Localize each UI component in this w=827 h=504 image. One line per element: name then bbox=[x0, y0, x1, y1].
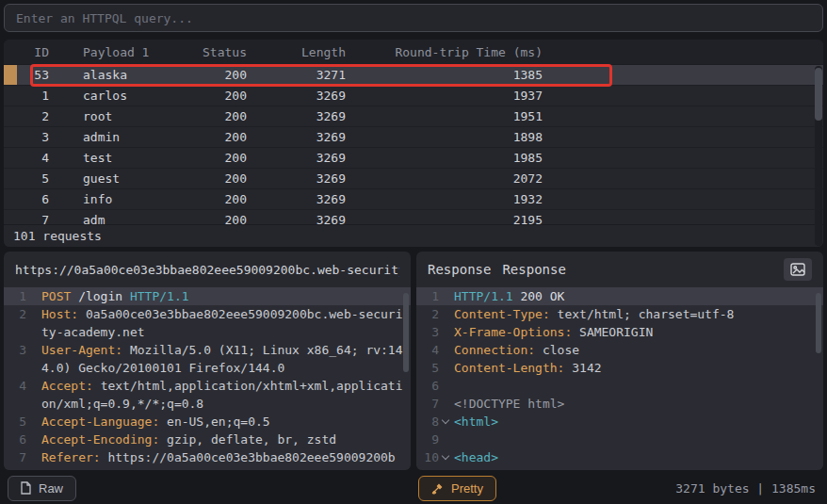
cell-id: 2 bbox=[4, 109, 57, 123]
document-icon bbox=[21, 481, 31, 495]
table-row[interactable]: 53alaska20032711385 bbox=[4, 65, 823, 86]
image-icon bbox=[790, 263, 805, 276]
cell-rtt: 2072 bbox=[351, 171, 544, 186]
code-line: 7<!DOCTYPE html> bbox=[416, 395, 823, 413]
column-header-status[interactable]: Status bbox=[198, 45, 252, 59]
cell-payload: carlos bbox=[57, 89, 198, 103]
table-row[interactable]: 7adm20032692195 bbox=[4, 210, 823, 224]
line-number: 10 bbox=[416, 448, 439, 466]
results-table-panel: ID Payload 1 Status Length Round-trip Ti… bbox=[4, 40, 823, 247]
code-line: 6 bbox=[416, 377, 823, 395]
line-number: 3 bbox=[416, 323, 439, 341]
line-number: 2 bbox=[4, 305, 26, 341]
line-number: 7 bbox=[4, 448, 26, 470]
format-brush-icon bbox=[431, 482, 444, 495]
cell-length: 3269 bbox=[252, 109, 351, 123]
request-panel-header: https://0a5a00ce03e3bbae802eee59009200bc… bbox=[4, 252, 411, 287]
code-line: 3User-Agent: Mozilla/5.0 (X11; Linux x86… bbox=[4, 341, 411, 377]
code-content: <!DOCTYPE html> bbox=[452, 395, 823, 413]
cell-payload: guest bbox=[57, 171, 198, 186]
cell-id: 7 bbox=[4, 213, 57, 224]
table-row[interactable]: 1carlos20032691937 bbox=[4, 86, 823, 106]
line-number: 1 bbox=[4, 287, 26, 305]
code-line: 2Content-Type: text/html; charset=utf-8 bbox=[416, 305, 823, 323]
cell-id: 3 bbox=[4, 130, 57, 144]
gutter-spacer bbox=[26, 448, 40, 470]
gutter-spacer bbox=[439, 359, 452, 377]
request-response-panels: https://0a5a00ce03e3bbae802eee59009200bc… bbox=[4, 252, 823, 470]
line-number: 8 bbox=[416, 413, 439, 431]
code-line: 5Accept-Language: en-US,en;q=0.5 bbox=[4, 413, 411, 431]
code-line: 6Accept-Encoding: gzip, deflate, br, zst… bbox=[4, 431, 411, 448]
line-number: 7 bbox=[416, 395, 439, 413]
gutter-spacer bbox=[26, 341, 40, 377]
code-line: 2Host: 0a5a00ce03e3bbae802eee59009200bc.… bbox=[4, 305, 411, 341]
line-number: 6 bbox=[416, 377, 439, 395]
pretty-button[interactable]: Pretty bbox=[418, 476, 496, 501]
fold-toggle[interactable] bbox=[439, 448, 452, 466]
chevron-down-icon bbox=[442, 452, 449, 460]
cell-length: 3269 bbox=[252, 213, 351, 224]
cell-length: 3269 bbox=[252, 171, 351, 186]
column-header-id[interactable]: ID bbox=[4, 45, 57, 59]
gutter-spacer bbox=[26, 287, 40, 305]
results-table-body: 53alaska200327113851carlos200326919372ro… bbox=[4, 65, 823, 224]
cell-status: 200 bbox=[198, 130, 252, 144]
cell-id: 5 bbox=[4, 171, 57, 186]
tab-response[interactable]: Response bbox=[502, 262, 565, 277]
request-editor[interactable]: 1POST /login HTTP/1.12Host: 0a5a00ce03e3… bbox=[4, 287, 411, 470]
table-row[interactable]: 3admin20032691898 bbox=[4, 127, 823, 148]
table-scrollbar-thumb[interactable] bbox=[815, 68, 822, 121]
footer-right: Pretty 3271 bytes | 1385ms bbox=[413, 476, 823, 501]
code-content bbox=[452, 377, 823, 395]
table-row[interactable]: 6info20032691932 bbox=[4, 189, 823, 210]
httpql-query-input[interactable] bbox=[16, 11, 811, 25]
requests-status-bar: 101 requests bbox=[4, 224, 823, 247]
pretty-button-label: Pretty bbox=[451, 481, 483, 496]
line-number: 1 bbox=[416, 287, 439, 305]
cell-rtt: 1385 bbox=[351, 68, 544, 82]
code-content: <html> bbox=[452, 413, 823, 431]
code-content: Referer: https://0a5a00ce03e3bbae802eee5… bbox=[40, 448, 411, 470]
table-row[interactable]: 4test20032691985 bbox=[4, 148, 823, 169]
response-editor-scrollbar-thumb[interactable] bbox=[816, 293, 821, 353]
line-number: 4 bbox=[4, 377, 26, 413]
code-content: X-Frame-Options: SAMEORIGIN bbox=[452, 323, 823, 341]
cell-status: 200 bbox=[198, 192, 252, 206]
gutter-spacer bbox=[26, 413, 40, 431]
cell-rtt: 1898 bbox=[351, 130, 544, 144]
cell-id: 4 bbox=[4, 151, 57, 165]
table-row[interactable]: 5guest20032692072 bbox=[4, 169, 823, 189]
code-content bbox=[452, 431, 823, 448]
gutter-spacer bbox=[439, 287, 452, 305]
code-content: User-Agent: Mozilla/5.0 (X11; Linux x86_… bbox=[40, 341, 411, 377]
code-line: 10<head> bbox=[416, 448, 823, 466]
code-line: 3X-Frame-Options: SAMEORIGIN bbox=[416, 323, 823, 341]
response-size-time-label: 3271 bytes | 1385ms bbox=[675, 481, 823, 496]
request-url-label[interactable]: https://0a5a00ce03e3bbae802eee59009200bc… bbox=[15, 263, 399, 277]
column-header-rtt[interactable]: Round-trip Time (ms) bbox=[351, 45, 544, 59]
column-header-payload[interactable]: Payload 1 bbox=[57, 45, 198, 59]
fold-toggle[interactable] bbox=[439, 413, 452, 431]
raw-button[interactable]: Raw bbox=[8, 476, 76, 501]
code-line: 4Connection: close bbox=[416, 341, 823, 359]
code-content: <head> bbox=[452, 448, 823, 466]
cell-id: 6 bbox=[4, 192, 57, 206]
request-editor-scrollbar-thumb[interactable] bbox=[403, 293, 409, 372]
gutter-spacer bbox=[26, 305, 40, 341]
response-section-label: Response bbox=[428, 262, 491, 277]
gutter-spacer bbox=[26, 377, 40, 413]
chevron-down-icon bbox=[442, 416, 449, 424]
table-row[interactable]: 2root20032691951 bbox=[4, 106, 823, 127]
cell-status: 200 bbox=[198, 151, 252, 165]
gutter-spacer bbox=[439, 323, 452, 341]
cell-status: 200 bbox=[198, 109, 252, 123]
cell-status: 200 bbox=[198, 89, 252, 103]
response-editor[interactable]: 1HTTP/1.1 200 OK2Content-Type: text/html… bbox=[416, 287, 823, 470]
gutter-spacer bbox=[26, 431, 40, 448]
cell-length: 3269 bbox=[252, 192, 351, 206]
render-image-button[interactable] bbox=[784, 258, 812, 281]
gutter-spacer bbox=[439, 395, 452, 413]
column-header-length[interactable]: Length bbox=[252, 45, 351, 59]
line-number: 5 bbox=[416, 359, 439, 377]
